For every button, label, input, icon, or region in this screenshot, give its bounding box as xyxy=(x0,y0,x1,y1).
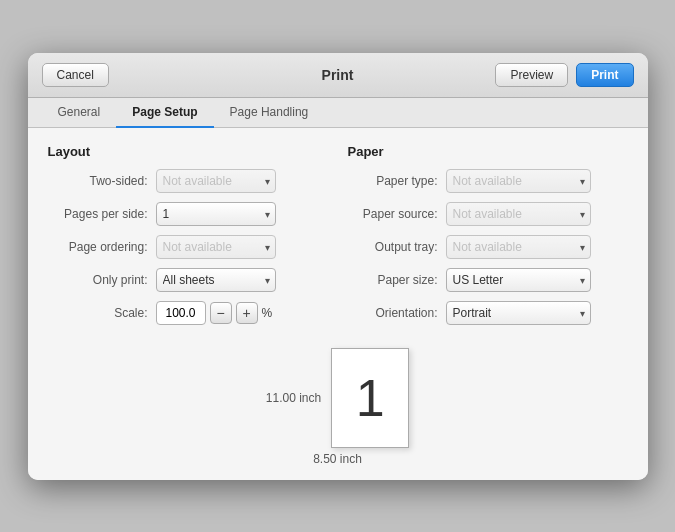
scale-controls: − + % xyxy=(156,301,273,325)
tab-bar: General Page Setup Page Handling xyxy=(28,98,648,128)
output-tray-row: Output tray: Not available xyxy=(348,235,628,259)
preview-button[interactable]: Preview xyxy=(495,63,568,87)
only-print-select-wrapper: All sheets xyxy=(156,268,276,292)
paper-type-select[interactable]: Not available xyxy=(446,169,591,193)
scale-input[interactable] xyxy=(156,301,206,325)
page-setup-content: Layout Two-sided: Not available Pages pe… xyxy=(28,128,648,480)
orientation-select[interactable]: Portrait xyxy=(446,301,591,325)
paper-header: Paper xyxy=(348,144,628,159)
titlebar-left-buttons: Cancel xyxy=(42,63,109,87)
print-button[interactable]: Print xyxy=(576,63,633,87)
only-print-row: Only print: All sheets xyxy=(48,268,328,292)
only-print-label: Only print: xyxy=(48,273,148,287)
orientation-label: Orientation: xyxy=(348,306,438,320)
paper-column: Paper Paper type: Not available Paper so… xyxy=(348,144,628,334)
orientation-row: Orientation: Portrait xyxy=(348,301,628,325)
print-dialog: Cancel Print Preview Print General Page … xyxy=(28,53,648,480)
scale-increase-button[interactable]: + xyxy=(236,302,258,324)
page-ordering-select-wrapper: Not available xyxy=(156,235,276,259)
scale-unit: % xyxy=(262,306,273,320)
pages-per-side-select-wrapper: 1 xyxy=(156,202,276,226)
cancel-button[interactable]: Cancel xyxy=(42,63,109,87)
layout-column: Layout Two-sided: Not available Pages pe… xyxy=(48,144,328,334)
paper-size-select-wrapper: US Letter xyxy=(446,268,591,292)
preview-area: 11.00 inch 1 8.50 inch xyxy=(48,348,628,466)
two-sided-label: Two-sided: xyxy=(48,174,148,188)
width-label: 8.50 inch xyxy=(313,452,362,466)
page-preview-wrapper: 11.00 inch 1 xyxy=(266,348,409,448)
scale-row: Scale: − + % xyxy=(48,301,328,325)
pages-per-side-select[interactable]: 1 xyxy=(156,202,276,226)
titlebar: Cancel Print Preview Print xyxy=(28,53,648,98)
page-ordering-select[interactable]: Not available xyxy=(156,235,276,259)
two-sided-row: Two-sided: Not available xyxy=(48,169,328,193)
two-sided-select-wrapper: Not available xyxy=(156,169,276,193)
page-ordering-label: Page ordering: xyxy=(48,240,148,254)
output-tray-label: Output tray: xyxy=(348,240,438,254)
scale-decrease-button[interactable]: − xyxy=(210,302,232,324)
paper-size-select[interactable]: US Letter xyxy=(446,268,591,292)
two-sided-select[interactable]: Not available xyxy=(156,169,276,193)
page-ordering-row: Page ordering: Not available xyxy=(48,235,328,259)
paper-source-select-wrapper: Not available xyxy=(446,202,591,226)
paper-size-label: Paper size: xyxy=(348,273,438,287)
tab-general[interactable]: General xyxy=(42,98,117,128)
scale-label: Scale: xyxy=(48,306,148,320)
paper-source-row: Paper source: Not available xyxy=(348,202,628,226)
tab-page-handling[interactable]: Page Handling xyxy=(214,98,325,128)
height-label: 11.00 inch xyxy=(266,391,321,405)
paper-type-label: Paper type: xyxy=(348,174,438,188)
paper-size-row: Paper size: US Letter xyxy=(348,268,628,292)
paper-type-select-wrapper: Not available xyxy=(446,169,591,193)
output-tray-select-wrapper: Not available xyxy=(446,235,591,259)
page-number: 1 xyxy=(356,368,385,428)
layout-header: Layout xyxy=(48,144,328,159)
only-print-select[interactable]: All sheets xyxy=(156,268,276,292)
dialog-title: Print xyxy=(322,67,354,83)
pages-per-side-label: Pages per side: xyxy=(48,207,148,221)
output-tray-select[interactable]: Not available xyxy=(446,235,591,259)
paper-source-label: Paper source: xyxy=(348,207,438,221)
orientation-select-wrapper: Portrait xyxy=(446,301,591,325)
two-column-layout: Layout Two-sided: Not available Pages pe… xyxy=(48,144,628,334)
tab-page-setup[interactable]: Page Setup xyxy=(116,98,213,128)
page-preview: 1 xyxy=(331,348,409,448)
paper-source-select[interactable]: Not available xyxy=(446,202,591,226)
pages-per-side-row: Pages per side: 1 xyxy=(48,202,328,226)
paper-type-row: Paper type: Not available xyxy=(348,169,628,193)
titlebar-right-buttons: Preview Print xyxy=(495,63,633,87)
